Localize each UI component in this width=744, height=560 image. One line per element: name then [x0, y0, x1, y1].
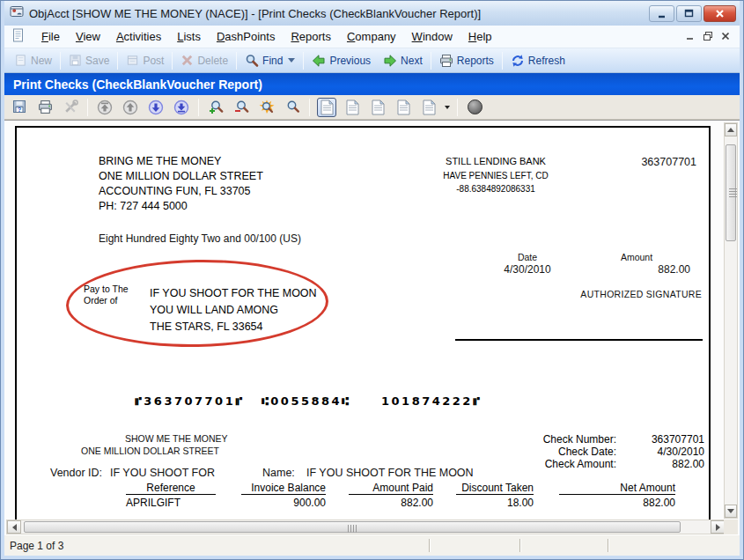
mdi-minimize-icon[interactable] — [685, 29, 696, 45]
cell-invoice-balance: 900.00 — [241, 497, 326, 509]
page-layout-5-icon[interactable] — [419, 98, 438, 117]
maximize-button[interactable] — [676, 5, 702, 22]
status-bar: Page 1 of 3 — [4, 534, 740, 556]
print-icon[interactable] — [35, 98, 55, 117]
page-layout-1-icon[interactable] — [317, 98, 336, 117]
previous-page-icon[interactable] — [121, 98, 140, 117]
check-date-value: 4/30/2010 — [593, 446, 704, 458]
menu-reports[interactable]: Reports — [283, 27, 339, 46]
arrow-right-icon — [716, 524, 720, 531]
check-number-value: 363707701 — [593, 433, 704, 446]
app-icon — [10, 4, 24, 22]
close-button[interactable] — [703, 5, 736, 22]
toolbar-separator — [117, 52, 118, 70]
date-value: 4/30/2010 — [483, 263, 571, 276]
cell-reference: APRILGIFT — [126, 497, 216, 509]
menubar: File View Activities Lists DashPoints Re… — [4, 26, 740, 48]
app-window: ObjAcct [SHOW ME THE MONEY (NACE)] - [Pr… — [0, 0, 744, 560]
toolbar-separator — [87, 99, 88, 116]
next-button[interactable]: Next — [377, 52, 429, 70]
menu-company[interactable]: Company — [339, 27, 404, 46]
delete-button[interactable]: Delete — [174, 52, 234, 69]
scroll-up-button[interactable] — [725, 123, 737, 136]
find-button[interactable]: Find — [239, 52, 301, 70]
menu-lists[interactable]: Lists — [169, 27, 209, 46]
cell-discount-taken: 18.00 — [456, 497, 534, 509]
toolbar-separator — [60, 52, 61, 70]
stop-icon[interactable] — [465, 98, 484, 117]
new-button[interactable]: New — [8, 52, 58, 69]
last-page-icon[interactable] — [172, 98, 191, 117]
print-setup-icon[interactable] — [61, 98, 80, 117]
titlebar[interactable]: ObjAcct [SHOW ME THE MONEY (NACE)] - [Pr… — [4, 1, 740, 26]
vendor-id-label: Vendor ID: — [50, 467, 102, 479]
vertical-scroll-thumb[interactable] — [726, 144, 736, 241]
zoom-out-icon[interactable] — [232, 98, 251, 117]
new-icon — [14, 54, 27, 67]
signature-line — [455, 339, 703, 341]
arrow-right-icon — [383, 54, 397, 68]
horizontal-scrollbar[interactable] — [6, 519, 726, 534]
page-layout-4-icon[interactable] — [394, 98, 413, 117]
statusbar-divider — [429, 539, 431, 552]
post-button[interactable]: Post — [120, 52, 170, 69]
menu-view[interactable]: View — [68, 27, 108, 46]
document-icon[interactable] — [11, 28, 25, 46]
toolbar-separator — [431, 52, 431, 70]
mdi-close-icon[interactable] — [720, 29, 731, 45]
reports-button[interactable]: Reports — [433, 52, 500, 70]
arrow-up-icon — [727, 128, 734, 132]
menu-window[interactable]: Window — [404, 27, 460, 46]
scroll-left-button[interactable] — [7, 520, 21, 534]
export-icon[interactable]: ? — [10, 98, 29, 117]
toolbar-separator — [502, 52, 503, 70]
menu-file[interactable]: File — [33, 27, 68, 46]
report-title: Print Checks (CheckBlankVoucher Report) — [13, 77, 262, 92]
amount-value: 882.00 — [589, 263, 690, 276]
arrow-down-icon — [727, 509, 734, 513]
page-layout-3-icon[interactable] — [368, 98, 387, 117]
vertical-scrollbar[interactable] — [724, 122, 738, 519]
menu-help[interactable]: Help — [460, 27, 500, 46]
printer-icon — [439, 54, 453, 68]
menu-activities[interactable]: Activities — [108, 27, 169, 46]
save-button[interactable]: Save — [63, 52, 115, 69]
zoom-wizard-icon[interactable] — [257, 98, 276, 117]
mdi-restore-icon[interactable] — [703, 29, 713, 45]
previous-button[interactable]: Previous — [306, 52, 377, 70]
scroll-down-button[interactable] — [725, 505, 737, 518]
micr-routing: ⑆0055884⑆ — [262, 394, 350, 408]
toolbar-separator — [457, 99, 458, 116]
statusbar-divider — [608, 539, 609, 552]
col-header-amount-paid: Amount Paid — [349, 482, 433, 495]
refresh-icon — [511, 54, 525, 68]
bank-info: STILL LENDING BANK HAVE PENNIES LEFT, CD… — [425, 156, 566, 194]
find-dropdown-icon[interactable] — [288, 58, 295, 63]
layout-dropdown-icon[interactable] — [445, 106, 450, 109]
first-page-icon[interactable] — [95, 98, 114, 117]
menu-dashpoints[interactable]: DashPoints — [209, 27, 283, 46]
check-amount-value: 882.00 — [593, 458, 704, 470]
cell-amount-paid: 882.00 — [349, 497, 433, 509]
company-address: BRING ME THE MONEY ONE MILLION DOLLAR ST… — [99, 154, 263, 214]
refresh-button[interactable]: Refresh — [505, 52, 571, 70]
minimize-button[interactable] — [649, 5, 674, 22]
report-viewer: BRING ME THE MONEY ONE MILLION DOLLAR ST… — [4, 120, 740, 534]
arrow-left-icon — [312, 54, 326, 68]
window-title: ObjAcct [SHOW ME THE MONEY (NACE)] - [Pr… — [29, 7, 649, 20]
toolbar-separator — [236, 52, 237, 70]
statusbar-divider — [519, 539, 521, 552]
authorized-signature-label: AUTHORIZED SIGNATURE — [508, 289, 702, 299]
toolbar-separator — [198, 99, 199, 116]
micr-account: 101874222⑈ — [381, 394, 482, 408]
scroll-right-button[interactable] — [711, 520, 725, 534]
page-layout-2-icon[interactable] — [343, 98, 362, 117]
toolbar-separator — [309, 99, 310, 116]
delete-icon — [180, 54, 194, 67]
next-page-icon[interactable] — [146, 98, 166, 117]
zoom-icon[interactable] — [283, 98, 302, 117]
horizontal-scroll-thumb[interactable] — [24, 521, 681, 533]
zoom-in-icon[interactable] — [206, 98, 225, 117]
check-page: BRING ME THE MONEY ONE MILLION DOLLAR ST… — [15, 126, 711, 534]
col-header-discount-taken: Discount Taken — [456, 482, 534, 495]
